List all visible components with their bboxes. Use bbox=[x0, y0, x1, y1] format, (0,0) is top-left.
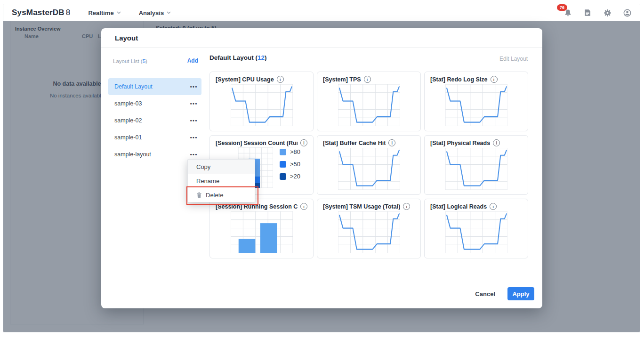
layout-item-sample-02[interactable]: sample-02 ••• bbox=[108, 112, 201, 129]
widget-card-physical-reads: [Stat] Physical Readsi bbox=[424, 135, 528, 195]
notification-badge: 76 bbox=[557, 4, 567, 11]
info-icon[interactable]: i bbox=[300, 139, 307, 146]
dialog-header: Layout bbox=[101, 28, 542, 48]
item-menu-button[interactable]: ••• bbox=[190, 129, 198, 146]
layout-detail-title: Default Layout (12) bbox=[209, 54, 267, 61]
line-chart-thumbnail bbox=[430, 84, 522, 126]
notification-button[interactable]: 76 bbox=[563, 8, 573, 18]
line-chart-thumbnail bbox=[430, 148, 522, 190]
legend-swatch bbox=[280, 161, 286, 168]
trash-icon bbox=[196, 192, 202, 198]
nav-analysis[interactable]: Analysis bbox=[139, 9, 171, 16]
line-chart-thumbnail bbox=[323, 84, 415, 126]
legend-swatch bbox=[280, 149, 286, 155]
line-chart-thumbnail bbox=[430, 211, 522, 253]
widget-card-logical-reads: [Stat] Logical Readsi bbox=[424, 199, 528, 258]
item-menu-button[interactable]: ••• bbox=[190, 95, 198, 112]
cancel-button[interactable]: Cancel bbox=[475, 290, 495, 298]
widget-card-grid: [System] CPU Usagei [System] TPSi [Stat]… bbox=[209, 72, 528, 258]
dialog-footer: Cancel Apply bbox=[475, 287, 534, 300]
layout-item-sample-03[interactable]: sample-03 ••• bbox=[108, 95, 201, 112]
item-menu-button[interactable]: ••• bbox=[190, 78, 198, 95]
widget-count: 12 bbox=[258, 54, 265, 61]
info-icon[interactable]: i bbox=[388, 139, 395, 146]
nav-realtime[interactable]: Realtime bbox=[88, 9, 121, 16]
info-icon[interactable]: i bbox=[300, 203, 307, 210]
info-icon[interactable]: i bbox=[493, 139, 500, 146]
legend-swatch bbox=[280, 173, 286, 180]
info-icon[interactable]: i bbox=[403, 203, 410, 210]
account-button[interactable] bbox=[622, 8, 632, 18]
nav-realtime-label: Realtime bbox=[88, 9, 113, 16]
gear-icon bbox=[603, 8, 612, 17]
brand-logo[interactable]: SysMasterDB8 bbox=[12, 8, 70, 17]
document-button[interactable] bbox=[582, 8, 593, 18]
edit-layout-button[interactable]: Edit Layout bbox=[499, 56, 536, 62]
heatmap-legend: >80 >50 >20 bbox=[280, 148, 300, 180]
layout-dialog: Layout Layout List (5) Add Default Layou… bbox=[101, 28, 542, 308]
top-icon-group: 76 bbox=[563, 4, 632, 21]
info-icon[interactable]: i bbox=[491, 76, 498, 83]
widget-card-redo-log-size: [Stat] Redo Log Sizei bbox=[424, 72, 528, 131]
settings-button[interactable] bbox=[602, 8, 612, 18]
line-chart-thumbnail bbox=[323, 148, 415, 190]
context-menu-delete[interactable]: Delete bbox=[188, 188, 255, 202]
line-chart-thumbnail bbox=[323, 211, 415, 253]
chevron-down-icon bbox=[117, 11, 121, 14]
bar-chart-thumbnail bbox=[216, 211, 307, 253]
user-icon bbox=[623, 8, 632, 17]
context-menu-copy[interactable]: Copy bbox=[188, 160, 255, 174]
chevron-down-icon bbox=[167, 11, 171, 14]
info-icon[interactable]: i bbox=[490, 203, 497, 210]
layout-item-sample-01[interactable]: sample-01 ••• bbox=[108, 129, 201, 146]
line-chart-thumbnail bbox=[216, 84, 307, 126]
layout-item-default[interactable]: Default Layout ••• bbox=[108, 78, 201, 95]
layout-list-label: Layout List (5) bbox=[113, 58, 147, 64]
brand-version: 8 bbox=[66, 8, 71, 17]
apply-button[interactable]: Apply bbox=[507, 287, 534, 300]
widget-card-tsm-usage: [System] TSM Usage (Total)i bbox=[317, 199, 421, 258]
widget-card-running-session-count: [Session] Running Session Counti bbox=[209, 199, 314, 258]
document-icon bbox=[583, 8, 592, 17]
brand-name: SysMasterDB bbox=[12, 8, 64, 17]
info-icon[interactable]: i bbox=[364, 76, 371, 83]
app-root: SysMasterDB8 Realtime Analysis 76 bbox=[0, 0, 644, 338]
item-menu-button[interactable]: ••• bbox=[190, 112, 198, 129]
add-layout-button[interactable]: Add bbox=[182, 57, 198, 64]
layout-list: Default Layout ••• sample-03 ••• sample-… bbox=[108, 78, 201, 163]
widget-card-tps: [System] TPSi bbox=[317, 72, 421, 131]
info-icon[interactable]: i bbox=[277, 76, 284, 83]
layout-item-context-menu: Copy Rename Delete bbox=[187, 159, 255, 202]
context-menu-rename[interactable]: Rename bbox=[188, 174, 255, 188]
top-bar: SysMasterDB8 Realtime Analysis 76 bbox=[3, 4, 640, 21]
dialog-title: Layout bbox=[115, 34, 138, 42]
widget-card-buffer-cache-hit: [Stat] Buffer Cache Hiti bbox=[317, 135, 421, 195]
widget-card-cpu-usage: [System] CPU Usagei bbox=[209, 72, 314, 131]
nav-analysis-label: Analysis bbox=[139, 9, 164, 16]
